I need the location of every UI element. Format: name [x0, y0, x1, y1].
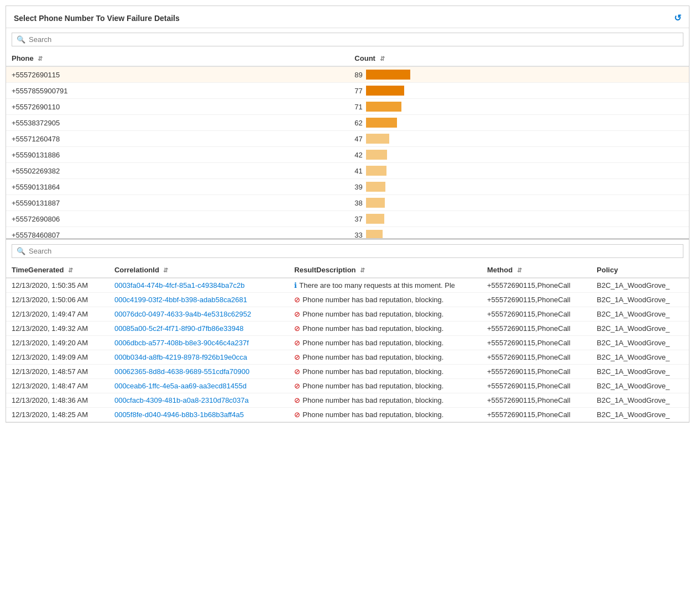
- error-icon: ⊘: [294, 382, 300, 390]
- table-row[interactable]: +5557269080637: [6, 211, 689, 227]
- sort-icon-phone: ⇵: [38, 55, 43, 62]
- phone-search-bar: 🔍: [12, 33, 683, 46]
- phone-table-header: Phone ⇵ Count ⇵: [6, 51, 689, 66]
- info-icon: ℹ: [294, 281, 297, 289]
- table-row[interactable]: +5557269011589: [6, 66, 689, 83]
- phone-table: Phone ⇵ Count ⇵ +5557269011589+555785590…: [6, 51, 689, 239]
- cell-phone: +55590131864: [6, 179, 349, 195]
- table-row[interactable]: +5559013186439: [6, 179, 689, 195]
- cell-policy: B2C_1A_WoodGrove_: [591, 336, 689, 350]
- cell-time: 12/13/2020, 1:49:20 AM: [6, 336, 109, 350]
- cell-method: +55572690115,PhoneCall: [482, 379, 591, 393]
- details-search-input[interactable]: [29, 247, 678, 255]
- cell-count: 33: [349, 227, 689, 239]
- table-row[interactable]: +5557846080733: [6, 227, 689, 239]
- table-row[interactable]: +555785590079177: [6, 83, 689, 99]
- cell-result: ⊘Phone number has bad reputation, blocki…: [289, 350, 454, 364]
- result-text: Phone number has bad reputation, blockin…: [302, 353, 443, 361]
- table-row[interactable]: +5550226938241: [6, 163, 689, 179]
- cell-count: 41: [349, 163, 689, 179]
- table-row[interactable]: 12/13/2020, 1:49:20 AM0006dbcb-a577-408b…: [6, 336, 689, 350]
- table-row[interactable]: +5557126047847: [6, 131, 689, 147]
- cell-method: +55572690115,PhoneCall: [482, 278, 591, 293]
- sort-icon-corr: ⇵: [163, 267, 168, 273]
- table-row[interactable]: 12/13/2020, 1:48:25 AM0005f8fe-d040-4946…: [6, 408, 689, 422]
- cell-time: 12/13/2020, 1:48:57 AM: [6, 365, 109, 379]
- cell-count: 37: [349, 211, 689, 227]
- table-row[interactable]: 12/13/2020, 1:49:47 AM00076dc0-0497-4633…: [6, 307, 689, 322]
- phone-table-container: Phone ⇵ Count ⇵ +5557269011589+555785590…: [6, 51, 689, 239]
- col-count[interactable]: Count ⇵: [349, 51, 689, 66]
- cell-phone: +55590131886: [6, 147, 349, 163]
- sort-icon-result: ⇵: [360, 267, 365, 273]
- cell-time: 12/13/2020, 1:49:09 AM: [6, 350, 109, 365]
- cell-corr: 0006dbcb-a577-408b-b8e3-90c46c4a237f: [109, 336, 289, 350]
- cell-time: 12/13/2020, 1:48:47 AM: [6, 379, 109, 393]
- col-method[interactable]: Method ⇵: [482, 262, 591, 278]
- cell-method: +55572690115,PhoneCall: [482, 336, 591, 350]
- refresh-icon[interactable]: ↺: [674, 13, 681, 23]
- cell-count: 42: [349, 147, 689, 163]
- cell-corr: 0003fa04-474b-4fcf-85a1-c49384ba7c2b: [109, 278, 289, 293]
- cell-phone: +55572690806: [6, 211, 349, 227]
- error-icon: ⊘: [294, 410, 300, 419]
- cell-result: ⊘Phone number has bad reputation, blocki…: [289, 365, 454, 378]
- cell-phone: +55572690110: [6, 99, 349, 115]
- table-row[interactable]: 12/13/2020, 1:48:47 AM000ceab6-1ffc-4e5a…: [6, 379, 689, 393]
- cell-result: ℹThere are too many requests at this mom…: [289, 278, 454, 292]
- cell-corr: 0005f8fe-d040-4946-b8b3-1b68b3aff4a5: [109, 408, 289, 422]
- cell-policy: B2C_1A_WoodGrove_: [591, 379, 689, 393]
- cell-phone: +55571260478: [6, 131, 349, 147]
- details-table-body: 12/13/2020, 1:50:35 AM0003fa04-474b-4fcf…: [6, 278, 689, 422]
- table-row[interactable]: +5559013188642: [6, 147, 689, 163]
- col-result[interactable]: ResultDescription ⇵: [289, 262, 482, 278]
- cell-method: +55572690115,PhoneCall: [482, 307, 591, 322]
- cell-time: 12/13/2020, 1:48:25 AM: [6, 408, 109, 422]
- phone-search-input[interactable]: [29, 35, 678, 44]
- cell-corr: 00062365-8d8d-4638-9689-551cdfa70900: [109, 365, 289, 379]
- cell-time: 12/13/2020, 1:48:36 AM: [6, 393, 109, 408]
- cell-result: ⊘Phone number has bad reputation, blocki…: [289, 393, 454, 407]
- result-text: Phone number has bad reputation, blockin…: [302, 367, 443, 376]
- table-row[interactable]: +5553837290562: [6, 115, 689, 131]
- cell-corr: 000b034d-a8fb-4219-8978-f926b19e0cca: [109, 350, 289, 365]
- cell-result: ⊘Phone number has bad reputation, blocki…: [289, 307, 454, 321]
- main-panel: Select Phone Number To View Failure Deta…: [6, 6, 689, 423]
- cell-corr: 000c4199-03f2-4bbf-b398-adab58ca2681: [109, 293, 289, 307]
- error-icon: ⊘: [294, 310, 300, 318]
- cell-count: 38: [349, 195, 689, 211]
- col-corr[interactable]: CorrelationId ⇵: [109, 262, 289, 278]
- cell-policy: B2C_1A_WoodGrove_: [591, 293, 689, 307]
- result-text: Phone number has bad reputation, blockin…: [302, 396, 443, 404]
- error-icon: ⊘: [294, 296, 300, 304]
- search-icon-bottom: 🔍: [17, 247, 25, 255]
- cell-method: +55572690115,PhoneCall: [482, 322, 591, 336]
- cell-result: ⊘Phone number has bad reputation, blocki…: [289, 336, 454, 350]
- cell-method: +55572690115,PhoneCall: [482, 350, 591, 365]
- lower-section: 🔍 TimeGenerated ⇵ CorrelationId ⇵ Result…: [6, 239, 689, 422]
- error-icon: ⊘: [294, 353, 300, 361]
- sort-icon-method: ⇵: [517, 267, 522, 273]
- cell-phone: +55590131887: [6, 195, 349, 211]
- col-phone[interactable]: Phone ⇵: [6, 51, 349, 66]
- error-icon: ⊘: [294, 339, 300, 347]
- cell-policy: B2C_1A_WoodGrove_: [591, 322, 689, 336]
- details-table-header: TimeGenerated ⇵ CorrelationId ⇵ ResultDe…: [6, 262, 689, 278]
- table-row[interactable]: +5557269011071: [6, 99, 689, 115]
- table-row[interactable]: 12/13/2020, 1:48:36 AM000cfacb-4309-481b…: [6, 393, 689, 408]
- panel-title: Select Phone Number To View Failure Deta…: [14, 14, 180, 23]
- col-time[interactable]: TimeGenerated ⇵: [6, 262, 109, 278]
- table-row[interactable]: 12/13/2020, 1:49:32 AM00085a00-5c2f-4f71…: [6, 322, 689, 336]
- table-row[interactable]: 12/13/2020, 1:49:09 AM000b034d-a8fb-4219…: [6, 350, 689, 365]
- table-row[interactable]: +5559013188738: [6, 195, 689, 211]
- cell-method: +55572690115,PhoneCall: [482, 408, 591, 422]
- result-text: Phone number has bad reputation, blockin…: [302, 339, 443, 347]
- cell-method: +55572690115,PhoneCall: [482, 393, 591, 408]
- error-icon: ⊘: [294, 367, 300, 376]
- table-row[interactable]: 12/13/2020, 1:48:57 AM00062365-8d8d-4638…: [6, 365, 689, 379]
- table-row[interactable]: 12/13/2020, 1:50:06 AM000c4199-03f2-4bbf…: [6, 293, 689, 307]
- cell-corr: 00085a00-5c2f-4f71-8f90-d7fb86e33948: [109, 322, 289, 336]
- table-row[interactable]: 12/13/2020, 1:50:35 AM0003fa04-474b-4fcf…: [6, 278, 689, 293]
- phone-table-body: +5557269011589+555785590079177+555726901…: [6, 66, 689, 239]
- cell-count: 47: [349, 131, 689, 147]
